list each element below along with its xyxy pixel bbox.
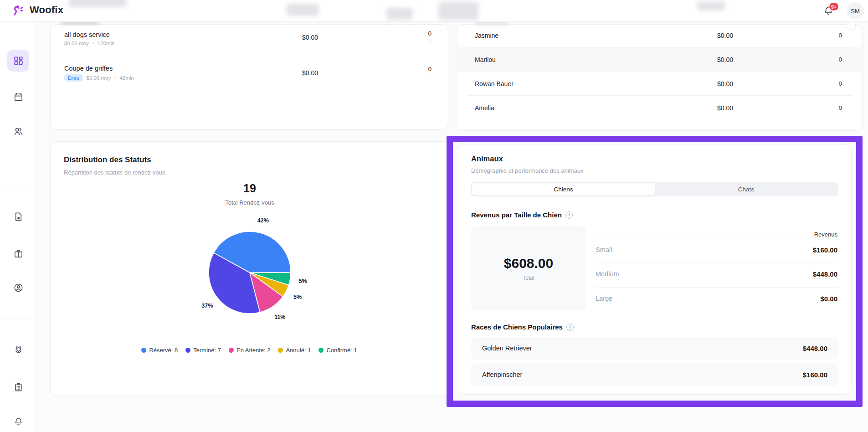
sidebar-item-profile[interactable]	[7, 277, 29, 298]
brand[interactable]: Woofix	[12, 3, 63, 17]
table-divider	[596, 238, 837, 238]
staff-revenue: $0.00	[717, 56, 733, 63]
redacted-blur	[386, 8, 413, 20]
service-revenue: $0.00	[302, 34, 318, 41]
animals-card: Animaux Démographie et performance des a…	[457, 144, 852, 395]
sidebar-divider	[0, 319, 36, 319]
legend-label: Confirmé: 1	[326, 347, 357, 354]
sidebar-item-pets[interactable]	[7, 339, 29, 360]
legend-dot	[229, 348, 234, 353]
card-subtitle: Démographie et performance des animaux	[471, 167, 583, 174]
pie-percent-label: 11%	[274, 314, 285, 320]
legend-item-En Attente[interactable]: En Attente: 2	[229, 347, 270, 354]
size-value: $0.00	[820, 295, 837, 303]
dashboard-grid-icon	[13, 56, 24, 66]
breed-row: Golden Retriever $448.00	[471, 337, 838, 360]
size-value: $448.00	[813, 270, 837, 278]
breeds-section-heading: Races de Chiens Populaires i	[471, 323, 574, 331]
pie-percent-label: 5%	[293, 294, 302, 300]
service-name: Coupe de griffes	[64, 65, 134, 72]
staff-name: Jasmine	[475, 32, 498, 39]
staff-row: Marilou $0.00 0	[457, 49, 862, 72]
info-icon[interactable]: i	[565, 211, 573, 219]
legend-item-Confirmé[interactable]: Confirmé: 1	[318, 347, 357, 354]
row-divider	[467, 47, 852, 47]
pie-percent-label: 5%	[298, 278, 307, 284]
staff-row: Jasmine $0.00 0	[457, 25, 862, 48]
staff-row: Rowan Bauer $0.00 0	[457, 73, 862, 97]
total-appointments: 19 Total Rendez-vous	[181, 182, 318, 206]
service-row: all dogs service $0.00 moy • 120min	[64, 31, 115, 46]
staff-name: Marilou	[475, 56, 496, 63]
status-pie-svg: 5%5%11%37%42%	[181, 204, 318, 341]
staff-card: Jasmine $0.00 0 Marilou $0.00 0 Rowan Ba…	[457, 24, 863, 131]
sidebar	[0, 22, 36, 432]
service-row: Coupe de griffes Extra $0.00 moy • 42min	[64, 65, 134, 82]
sidebar-divider	[0, 186, 36, 186]
size-label: Medium	[596, 270, 619, 278]
service-revenue: $0.00	[302, 69, 318, 77]
notification-badge: 9+	[828, 2, 839, 11]
tab-chats[interactable]: Chats	[655, 183, 837, 195]
dog-icon	[13, 345, 24, 355]
report-icon	[13, 211, 24, 222]
legend-label: En Attente: 2	[236, 347, 270, 354]
pie-percent-label: 42%	[257, 217, 269, 224]
legend-item-Terminé[interactable]: Terminé: 7	[185, 347, 221, 354]
row-divider	[64, 59, 440, 59]
size-value: $160.00	[813, 246, 837, 254]
staff-revenue: $0.00	[717, 32, 733, 39]
redacted-blur	[68, 0, 127, 7]
breed-value: $160.00	[803, 371, 827, 379]
staff-count: 0	[838, 80, 842, 87]
total-value: 19	[181, 182, 318, 195]
breed-row: Affenpinscher $160.00	[471, 363, 838, 386]
row-divider	[467, 72, 852, 72]
avatar[interactable]: SM	[847, 2, 864, 20]
breed-value: $448.00	[803, 345, 827, 352]
sidebar-item-bookings[interactable]	[7, 376, 29, 398]
bell-icon	[13, 417, 24, 427]
revenue-column-header: Revenus	[814, 231, 837, 238]
legend-label: Terminé: 7	[193, 347, 221, 354]
staff-name: Rowan Bauer	[475, 80, 514, 87]
legend-dot	[141, 348, 146, 353]
table-divider	[596, 288, 837, 288]
staff-count: 0	[838, 104, 842, 111]
info-icon[interactable]: i	[566, 324, 574, 331]
breed-name: Golden Retriever	[482, 345, 532, 352]
redacted-blur	[438, 2, 478, 20]
card-subtitle: Répartition des statuts de rendez-vous	[64, 169, 165, 176]
woofix-logo-icon	[12, 3, 26, 17]
tab-chiens[interactable]: Chiens	[472, 183, 655, 195]
sidebar-item-dashboard[interactable]	[7, 50, 29, 72]
clients-icon	[13, 126, 24, 137]
staff-name: Amelia	[475, 104, 494, 112]
size-row: Medium $448.00	[596, 270, 837, 281]
sidebar-item-notifications[interactable]	[7, 411, 29, 432]
staff-revenue: $0.00	[717, 104, 733, 112]
size-row: Small $160.00	[596, 246, 837, 257]
brand-name: Woofix	[30, 4, 63, 16]
sidebar-item-services[interactable]	[7, 242, 29, 264]
legend-label: Annulé: 1	[286, 347, 311, 354]
legend-item-Annulé[interactable]: Annulé: 1	[278, 347, 311, 354]
row-divider	[467, 95, 852, 96]
notifications-button[interactable]: 9+	[823, 5, 835, 17]
redacted-blur	[697, 1, 725, 10]
status-pie-chart: 5%5%11%37%42%	[181, 204, 318, 341]
sidebar-item-reports[interactable]	[7, 206, 29, 227]
pie-percent-label: 37%	[201, 303, 213, 309]
legend-item-Réservé[interactable]: Réservé: 8	[141, 347, 178, 354]
extra-badge: Extra	[64, 74, 83, 82]
redacted-blur	[286, 4, 319, 16]
top-header: Woofix 9+ SM	[0, 0, 868, 22]
clipboard-icon	[13, 382, 24, 392]
service-meta: $0.00 moy • 120min	[64, 41, 115, 46]
size-label: Large	[596, 295, 612, 302]
staff-row: Amelia $0.00 0	[457, 97, 862, 121]
sidebar-item-clients[interactable]	[7, 120, 29, 142]
sidebar-item-calendar[interactable]	[7, 86, 29, 108]
revenue-total-label: Total	[523, 275, 534, 281]
card-title: Animaux	[471, 154, 503, 163]
